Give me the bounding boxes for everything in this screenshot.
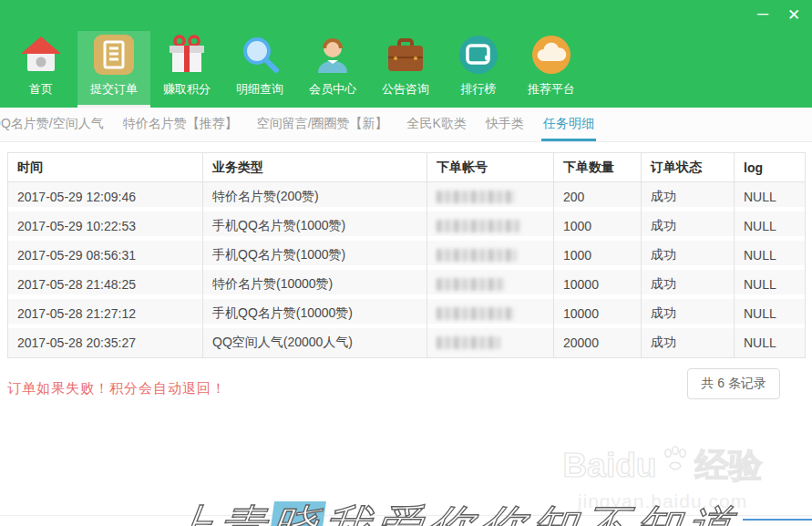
record-count-badge: 共 6 条记录 [687, 368, 780, 399]
cell-account [427, 211, 554, 241]
cell-time: 2017-05-28 21:27:12 [8, 299, 203, 328]
bottom-blue-line [743, 519, 812, 521]
paw-icon [660, 444, 691, 475]
minimize-button[interactable]: ─ [752, 4, 774, 26]
tab-task-detail[interactable]: 任务明细 [541, 116, 596, 141]
cell-time: 2017-05-29 08:56:31 [8, 241, 203, 270]
tab-kuaishou[interactable]: 快手类 [484, 116, 526, 141]
tab-space-messages[interactable]: 空间留言/圈圈赞【新】 [255, 116, 390, 141]
ranking-icon [457, 33, 500, 77]
cell-quantity: 1000 [554, 211, 642, 241]
cell-type: 手机QQ名片赞(1000赞) [203, 241, 427, 270]
cell-quantity: 200 [554, 182, 642, 211]
table-row: 2017-05-29 08:56:31 手机QQ名片赞(1000赞) 1000 … [8, 241, 805, 270]
table-row: 2017-05-28 21:27:12 手机QQ名片赞(10000赞) 1000… [8, 299, 805, 328]
col-header-account: 下单帐号 [427, 153, 554, 182]
baidu-brand-text: Baidu [563, 447, 657, 485]
nav-item-earn-points[interactable]: 赚取积分 [150, 31, 223, 108]
category-tabbar: QQ名片赞/空间人气 特价名片赞【推荐】 空间留言/圈圈赞【新】 全民K歌类 快… [0, 108, 812, 142]
bottom-watermark-right: 我爱你你知不知道 [319, 501, 742, 526]
col-header-type: 业务类型 [203, 153, 427, 182]
masked-account [437, 307, 514, 320]
cell-log: NULL [735, 328, 805, 357]
cell-log: NULL [735, 241, 805, 270]
baidu-url-text: jingyan.baidu.com [540, 490, 786, 512]
close-button[interactable]: ✕ [783, 4, 805, 26]
cell-time: 2017-05-29 12:09:46 [8, 182, 203, 211]
cell-account [427, 299, 554, 328]
baidu-brand-suffix: 经验 [694, 443, 762, 489]
cell-quantity: 1000 [554, 241, 642, 270]
col-header-quantity: 下单数量 [554, 153, 642, 182]
tab-qq-card-likes[interactable]: QQ名片赞/空间人气 [0, 116, 106, 141]
cell-account [427, 241, 554, 270]
bottom-watermark-text: 上青晓我爱你你知不知道 [162, 497, 742, 526]
nav-label: 提交订单 [90, 81, 138, 98]
cell-time: 2017-05-28 20:35:27 [8, 328, 203, 357]
cell-type: 特价名片赞(10000赞) [203, 270, 427, 299]
masked-account [437, 220, 520, 232]
masked-account [437, 191, 515, 203]
table-row: 2017-05-28 21:48:25 特价名片赞(10000赞) 10000 … [8, 270, 805, 299]
cell-status: 成功 [642, 182, 735, 211]
tab-special-card-likes[interactable]: 特价名片赞【推荐】 [121, 116, 240, 141]
cell-time: 2017-05-29 10:22:53 [8, 211, 203, 241]
cell-log: NULL [735, 211, 805, 241]
cell-log: NULL [735, 270, 805, 299]
table-header-row: 时间 业务类型 下单帐号 下单数量 订单状态 log [8, 153, 805, 182]
footer-divider [0, 515, 812, 516]
nav-label: 会员中心 [309, 81, 356, 98]
bottom-watermark-left: 上青 [163, 501, 274, 526]
tab-karaoke[interactable]: 全民K歌类 [406, 116, 468, 141]
nav-label: 首页 [29, 81, 53, 98]
col-header-time: 时间 [8, 153, 203, 182]
nav-label: 明细查询 [236, 81, 283, 98]
refund-notice: 订单如果失败！积分会自动退回！ [7, 371, 226, 397]
briefcase-icon [384, 33, 427, 77]
masked-account [437, 278, 506, 291]
table-row: 2017-05-28 20:35:27 QQ空间人气(20000人气) 2000… [8, 328, 805, 357]
app-header: ─ ✕ 首页 [0, 0, 812, 108]
member-icon [311, 33, 355, 77]
window-controls: ─ ✕ [752, 4, 805, 26]
masked-account [437, 336, 500, 349]
col-header-status: 订单状态 [642, 153, 735, 182]
cell-type: 手机QQ名片赞(10000赞) [203, 299, 427, 328]
col-header-log: log [735, 153, 805, 182]
cell-log: NULL [735, 299, 805, 328]
cell-status: 成功 [642, 299, 735, 328]
nav-label: 赚取积分 [163, 81, 211, 98]
nav-item-ranking[interactable]: 排行榜 [442, 31, 515, 108]
nav-item-detail-query[interactable]: 明细查询 [223, 31, 296, 108]
cell-status: 成功 [642, 241, 735, 270]
cell-status: 成功 [642, 328, 735, 357]
cell-quantity: 10000 [554, 299, 642, 328]
main-nav: 首页 提交订单 [5, 31, 588, 108]
nav-item-recommend-platform[interactable]: 推荐平台 [515, 31, 588, 108]
nav-item-home[interactable]: 首页 [5, 31, 77, 108]
cell-log: NULL [735, 182, 805, 211]
cell-account [427, 182, 554, 211]
nav-label: 推荐平台 [528, 81, 575, 98]
nav-label: 公告咨询 [382, 81, 429, 98]
home-icon [19, 33, 63, 77]
cloud-icon [529, 33, 573, 77]
cell-account [427, 270, 554, 299]
table-footer: 订单如果失败！积分会自动退回！ 共 6 条记录 [7, 368, 806, 399]
table-row: 2017-05-29 10:22:53 手机QQ名片赞(1000赞) 1000 … [8, 211, 805, 241]
gift-icon [165, 33, 209, 77]
nav-item-announcements[interactable]: 公告咨询 [369, 31, 442, 108]
nav-item-member-center[interactable]: 会员中心 [296, 31, 369, 108]
nav-item-submit-order[interactable]: 提交订单 [77, 31, 150, 108]
baidu-jingyan-watermark: Baidu 经验 jingyan.baidu.com [540, 443, 786, 512]
masked-account [437, 249, 517, 262]
cell-type: QQ空间人气(20000人气) [203, 328, 427, 357]
cell-status: 成功 [642, 270, 735, 299]
nav-label: 排行榜 [461, 81, 497, 98]
cell-time: 2017-05-28 21:48:25 [8, 270, 203, 299]
cell-type: 特价名片赞(200赞) [203, 182, 427, 211]
cell-status: 成功 [642, 211, 735, 241]
table-row: 2017-05-29 12:09:46 特价名片赞(200赞) 200 成功 N… [8, 182, 805, 211]
orders-table: 时间 业务类型 下单帐号 下单数量 订单状态 log 2017-05-29 12… [7, 152, 806, 358]
cell-account [427, 328, 554, 357]
